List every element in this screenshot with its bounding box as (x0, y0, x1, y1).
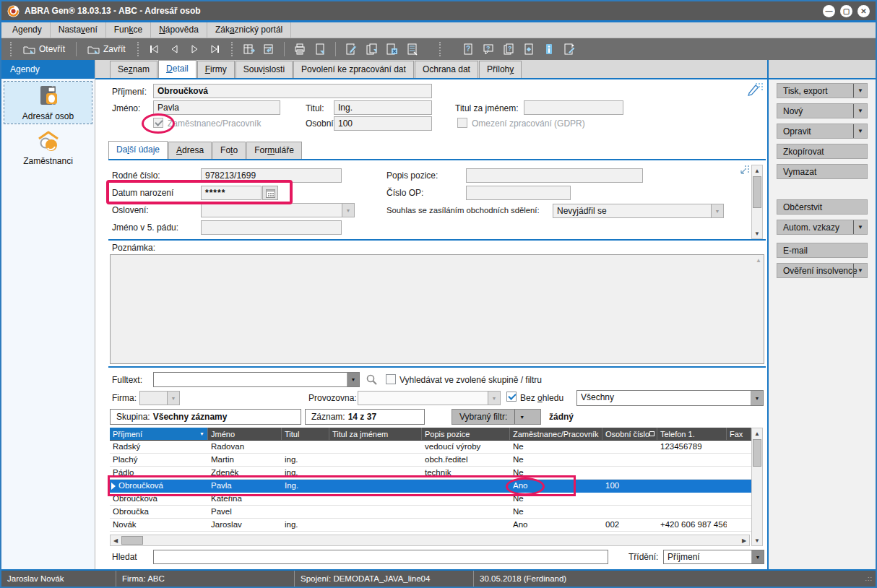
firma-combo[interactable]: ▼ (139, 391, 180, 405)
column-header-zamestnanec-pracovnik[interactable]: Zaměstnanec/Pracovník (510, 428, 602, 440)
table-cell[interactable]: +420 606 987 456 (657, 519, 727, 531)
chevron-down-icon[interactable]: ▼ (853, 124, 867, 138)
table-cell[interactable]: Pavel (208, 506, 282, 518)
table-vertical-scrollbar[interactable]: ▲ ▼ (751, 428, 763, 546)
id-card-field[interactable] (466, 186, 571, 200)
calendar-icon[interactable] (262, 186, 278, 200)
firstname-field[interactable]: Pavla (153, 100, 280, 115)
table-cell[interactable]: Radský (110, 441, 208, 453)
table-cell[interactable] (727, 519, 751, 531)
related-topics-icon[interactable] (520, 40, 537, 58)
employee-checkbox[interactable] (153, 118, 163, 128)
previous-record-icon[interactable] (166, 40, 183, 58)
find-input[interactable] (153, 550, 608, 564)
table-cell[interactable]: Plachý (110, 454, 208, 466)
first-record-icon[interactable] (146, 40, 163, 58)
chevron-down-icon[interactable]: ▼ (853, 220, 867, 234)
subtab-adresa[interactable]: Adresa (168, 142, 212, 159)
novy-button[interactable]: Nový▼ (777, 103, 868, 118)
close-icon[interactable]: ✕ (857, 5, 870, 17)
help-icon[interactable]: ? (459, 40, 477, 58)
e-mail-button[interactable]: E-mail (777, 243, 868, 258)
last-record-icon[interactable] (207, 40, 224, 58)
table-cell[interactable] (657, 480, 727, 492)
table-cell[interactable] (727, 493, 751, 505)
tab-souvislosti[interactable]: Souvislosti (236, 61, 293, 78)
group-indicator[interactable]: Skupina:Všechny záznamy (110, 409, 301, 425)
table-cell[interactable]: Ano (510, 519, 602, 531)
table-cell[interactable]: Ano (510, 480, 602, 492)
minimize-icon[interactable]: — (823, 5, 835, 17)
consent-combo[interactable]: Nevyjádřil se▼ (553, 204, 724, 218)
table-row[interactable]: ObroučkováKateřinaNe (110, 493, 751, 506)
table-cell[interactable]: Kateřina (208, 493, 282, 505)
new-document-icon[interactable] (311, 40, 329, 58)
chevron-down-icon[interactable]: ▼ (853, 104, 867, 118)
table-row[interactable]: ObroučkaPavelNe (110, 506, 751, 519)
sidebar-item-zamestnanci[interactable]: Zaměstnanci (4, 126, 92, 168)
table-row[interactable]: NovákJaroslaving.Ano002+420 606 987 456 (110, 519, 751, 532)
table-cell[interactable]: Martin (208, 454, 282, 466)
table-cell[interactable]: ing. (282, 467, 329, 479)
birth-date-field[interactable]: ***** (201, 186, 262, 200)
opravit-button[interactable]: Opravit▼ (777, 124, 868, 139)
table-cell[interactable] (657, 454, 727, 466)
chevron-down-icon[interactable]: ▼ (751, 391, 763, 405)
autom-vzkazy-button[interactable]: Autom. vzkazy▼ (777, 220, 868, 235)
table-cell[interactable]: Ne (510, 441, 602, 453)
table-cell[interactable]: 123456789 (657, 441, 727, 453)
delete-record-icon[interactable] (383, 40, 400, 58)
table-cell[interactable] (602, 441, 657, 453)
table-cell[interactable] (282, 441, 329, 453)
search-in-group-checkbox[interactable] (386, 374, 396, 384)
table-cell[interactable] (657, 467, 727, 479)
send-suggestion-icon[interactable] (561, 40, 578, 58)
tisk-export-button[interactable]: Tisk, export▼ (777, 83, 868, 98)
chevron-down-icon[interactable]: ▼ (751, 550, 764, 563)
table-cell[interactable] (422, 519, 510, 531)
column-header-fax[interactable]: Fax (727, 428, 751, 440)
table-cell[interactable]: Ne (510, 467, 602, 479)
fulltext-combo[interactable]: ▼ (153, 372, 360, 387)
menu-item-nastaveni[interactable]: Nastavení (51, 22, 106, 38)
table-cell[interactable]: Pádlo (110, 467, 208, 479)
column-header-titul-za-jmenem[interactable]: Titul za jménem (329, 428, 422, 440)
table-cell[interactable] (329, 519, 422, 531)
table-cell[interactable]: Obroučková (110, 480, 208, 492)
gdpr-checkbox[interactable] (457, 118, 467, 128)
table-cell[interactable] (727, 441, 751, 453)
table-cell[interactable]: Ne (510, 454, 602, 466)
column-header-osobni-cislo[interactable]: Osobní číslo (602, 428, 657, 440)
tab-ochrana-dat[interactable]: Ochrana dat (415, 61, 478, 78)
bez-ohledu-checkbox[interactable] (506, 392, 517, 402)
title-field[interactable]: Ing. (334, 100, 432, 115)
table-cell[interactable] (329, 454, 422, 466)
note-textarea[interactable]: ▲ (110, 254, 764, 364)
table-cell[interactable]: Radovan (208, 441, 282, 453)
search-icon[interactable] (366, 373, 378, 388)
next-record-icon[interactable] (186, 40, 204, 58)
table-cell[interactable] (282, 493, 329, 505)
scroll-down-icon[interactable]: ▼ (752, 228, 762, 238)
overeni-insolvence-button[interactable]: Ověření insolvence▼ (777, 263, 868, 278)
sort-combo[interactable]: Příjmení▼ (663, 550, 764, 564)
table-cell[interactable]: Obroučka (110, 506, 208, 518)
table-cell[interactable]: Zdeněk (208, 467, 282, 479)
table-cell[interactable] (727, 506, 751, 518)
close-agenda-button[interactable]: Zavřít (83, 42, 130, 56)
menu-item-napoveda[interactable]: Nápověda (151, 22, 207, 38)
birth-number-field[interactable]: 978213/1699 (201, 168, 342, 183)
scroll-left-icon[interactable]: ◀ (111, 535, 121, 545)
table-cell[interactable]: Pavla (208, 480, 282, 492)
table-cell[interactable]: Ing. (282, 480, 329, 492)
table-cell[interactable]: technik (422, 467, 510, 479)
table-cell[interactable] (422, 493, 510, 505)
chevron-down-icon[interactable]: ▼ (347, 373, 359, 386)
table-cell[interactable]: vedoucí výroby (422, 441, 510, 453)
edit-pencil-icon[interactable] (746, 80, 764, 98)
table-cell[interactable] (422, 480, 510, 492)
scroll-down-icon[interactable]: ▼ (752, 535, 762, 545)
scroll-right-icon[interactable]: ▶ (739, 535, 749, 545)
table-row[interactable]: PádloZdeněking.technikNe (110, 467, 751, 480)
chevron-down-icon[interactable]: ▼ (167, 392, 179, 405)
